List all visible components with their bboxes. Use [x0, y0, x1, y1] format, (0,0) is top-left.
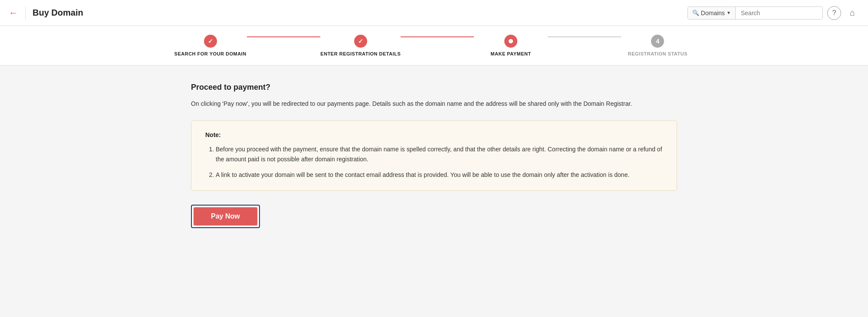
step-1-label: SEARCH FOR YOUR DOMAIN: [174, 51, 247, 56]
header-right: 🔍 Domains ▼ ? ⌂: [687, 6, 859, 20]
help-button[interactable]: ?: [827, 6, 841, 20]
note-title: Note:: [205, 131, 663, 138]
step-3-label: MAKE PAYMENT: [490, 51, 531, 56]
step-1-check-icon: [208, 38, 213, 45]
search-icon: 🔍: [692, 10, 699, 16]
note-box: Note: Before you proceed with the paymen…: [191, 121, 677, 190]
header-divider: [25, 7, 26, 20]
step-2-check-icon: [358, 38, 363, 45]
pay-now-wrapper: Pay Now: [191, 205, 260, 228]
step-3-circle: [504, 35, 517, 48]
header: ← Buy Domain 🔍 Domains ▼ ? ⌂: [0, 0, 868, 26]
note-item-1: Before you proceed with the payment, ens…: [216, 144, 663, 164]
step-1: SEARCH FOR YOUR DOMAIN: [174, 35, 247, 56]
search-container: 🔍 Domains ▼: [687, 7, 823, 20]
home-button[interactable]: ⌂: [845, 6, 859, 20]
step-3: MAKE PAYMENT: [474, 35, 547, 56]
step-2-circle: [354, 35, 367, 48]
pay-now-button[interactable]: Pay Now: [194, 207, 257, 225]
step-4-circle: 4: [651, 35, 664, 48]
step-1-circle: [204, 35, 217, 48]
stepper: SEARCH FOR YOUR DOMAIN ENTER REGISTRATIO…: [174, 35, 694, 56]
stepper-wrapper: SEARCH FOR YOUR DOMAIN ENTER REGISTRATIO…: [0, 26, 868, 65]
step-2: ENTER REGISTRATION DETAILS: [320, 35, 401, 56]
note-list: Before you proceed with the payment, ens…: [205, 144, 663, 180]
chevron-down-icon: ▼: [727, 10, 731, 15]
connector-1-2: [247, 36, 320, 37]
proceed-title: Proceed to payment?: [191, 83, 677, 92]
main-content: Proceed to payment? On clicking 'Pay now…: [174, 65, 694, 245]
step-4-label: REGISTRATION STATUS: [628, 51, 687, 56]
connector-3-4: [548, 36, 621, 37]
proceed-description: On clicking 'Pay now', you will be redir…: [191, 99, 677, 108]
connector-2-3: [401, 36, 474, 37]
note-item-2: A link to activate your domain will be s…: [216, 170, 663, 180]
step-4-number: 4: [656, 38, 659, 45]
step-3-dot: [509, 39, 513, 43]
step-2-label: ENTER REGISTRATION DETAILS: [320, 51, 401, 56]
page-title: Buy Domain: [33, 8, 83, 18]
search-dropdown[interactable]: 🔍 Domains ▼: [688, 7, 736, 19]
search-input[interactable]: [736, 7, 822, 19]
back-button[interactable]: ←: [9, 8, 18, 18]
search-dropdown-label: Domains: [701, 10, 725, 16]
step-4: 4 REGISTRATION STATUS: [621, 35, 694, 56]
